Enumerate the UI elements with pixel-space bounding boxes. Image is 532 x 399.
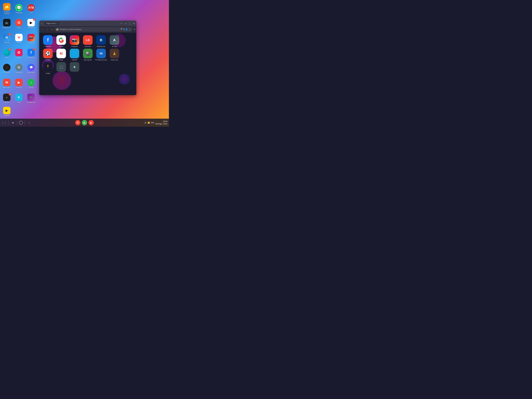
app-kodi[interactable]: K Kodi <box>13 91 25 106</box>
app-os-meus-ficheiros[interactable]: 📁 Os Meus Ficheiros <box>1 1 13 16</box>
apps-grid-button[interactable]: ⋮⋮ <box>2 120 6 125</box>
browser-app-gmail[interactable]: M Gmail <box>55 49 67 61</box>
browser-app-play-games[interactable]: 🎱 Play Games <box>82 49 94 61</box>
browser-app-instagram[interactable]: 📷 Instagram <box>69 35 81 47</box>
app-play-store[interactable]: ▶ 1 Play Store <box>25 16 37 31</box>
app-label: Livescore <box>85 46 91 47</box>
app-label: Booking.com <box>97 46 105 47</box>
app-wps-office[interactable]: W WPS Office <box>1 76 13 91</box>
app-instagram[interactable]: 📷 Instagram <box>25 31 37 46</box>
recent-apps-button[interactable]: ⊟ <box>10 120 15 125</box>
app-label: YT Music <box>4 72 10 73</box>
app-label: Facebook <box>45 46 51 47</box>
app-youtube[interactable]: ▶ YouTube <box>13 76 25 91</box>
app-upday[interactable]: ↑ 9 upday <box>1 46 13 61</box>
app-opera[interactable]: O Opera <box>13 16 25 31</box>
browser-app-unicef[interactable]: 🌐 UNICEF <box>69 49 81 61</box>
taskbar-opera[interactable]: O <box>75 120 81 125</box>
taskbar-left: ⋮⋮ ⊟ ‹ <box>2 120 32 125</box>
browser-apps-row-1: f Facebook Google 📷 Instagram LS Livesco… <box>42 35 120 47</box>
browser-app-tv-online[interactable]: 08 TV Online Ao Vivo <box>95 49 107 61</box>
close-button[interactable]: ✕ <box>133 22 135 25</box>
home-button[interactable] <box>19 121 23 125</box>
app-yt-music[interactable]: ♪ YT Music <box>1 61 13 76</box>
app-gmail[interactable]: M Gmail <box>13 31 25 46</box>
copy-icon[interactable]: ⧉ <box>123 28 125 31</box>
app-noticias[interactable]: N 1 Notícias <box>1 31 13 46</box>
browser-titlebar: ← Página inicial ✕ + — ⛶ ✕ <box>39 21 136 26</box>
app-label: Messenger <box>27 72 35 73</box>
app-vodafone-tv[interactable]: 📺 Vodafone TV <box>1 16 13 31</box>
app-tiktok[interactable]: ♪ 18 TikTok <box>1 91 13 106</box>
app-label: YouTube <box>16 87 22 89</box>
app-label: Play Games <box>84 59 92 61</box>
browser-app-booking[interactable]: B Booking.com <box>95 35 107 47</box>
app-label: Notícias <box>4 42 9 44</box>
browser-app-add[interactable]: + <box>69 62 81 74</box>
app-label: WPS Office <box>3 87 11 89</box>
app-label: UNICEF <box>72 59 77 61</box>
microphone-icon[interactable]: 🎤 <box>120 28 122 31</box>
time: 19:04 <box>155 120 167 123</box>
divider <box>25 121 25 125</box>
app-label: WhatsApp <box>16 12 22 14</box>
browser-app-facebook[interactable]: f Facebook <box>42 35 54 47</box>
app-label: Football <box>45 59 51 61</box>
app-whatsapp[interactable]: 💬 WhatsApp <box>13 1 25 16</box>
app-label: Os Meus Ficheiros <box>1 11 12 14</box>
battery-text: 52% <box>151 122 154 124</box>
app-label: Instagram <box>71 46 78 47</box>
app-label: XTB <box>30 12 32 14</box>
app-label: Kodi <box>17 101 20 103</box>
tab-label: Página inicial <box>46 22 56 24</box>
browser-app-football[interactable]: ⚽ Football <box>42 49 54 61</box>
app-label: Play Store <box>28 27 35 29</box>
browser-tab[interactable]: Página inicial ✕ <box>44 22 59 25</box>
browser-app-chess[interactable]: ♟ Chess.com <box>108 49 120 61</box>
app-label: Google <box>59 46 63 47</box>
app-facebook[interactable]: f 1 Facebook <box>25 46 37 61</box>
browser-app-aichat[interactable]: A AI Chat <box>108 35 120 47</box>
browser-app-screencast[interactable]: ⬚ <box>55 62 67 74</box>
minimize-button[interactable]: — <box>125 22 127 25</box>
app-gaming-hub[interactable]: 🎮 Gaming Hub <box>25 91 37 106</box>
app-label: Gaming Hub <box>27 101 35 103</box>
nav-forward-button[interactable]: → <box>45 27 49 32</box>
new-tab-button[interactable]: + <box>121 22 122 25</box>
browser-content: f Facebook Google 📷 Instagram LS Livesco… <box>39 32 136 95</box>
app-definicoes[interactable]: ⚙ Definições <box>13 61 25 76</box>
app-label: Vodafone TV <box>3 27 11 29</box>
app-label: Crypto <box>46 72 50 74</box>
divider <box>8 121 8 125</box>
google-logo-icon <box>56 28 59 31</box>
app-xtb[interactable]: XTB XTB <box>25 1 37 16</box>
account-icon[interactable]: 👤 <box>125 28 128 31</box>
browser-back-button[interactable]: ← <box>41 22 43 25</box>
taskbar-play-store[interactable]: ▶ <box>82 120 87 125</box>
app-label: Facebook <box>28 57 34 58</box>
app-label: Gmail <box>59 59 63 61</box>
back-button[interactable]: ‹ <box>27 120 32 125</box>
app-label: TikTok <box>5 101 9 103</box>
app-spotify[interactable]: ♪ Spotify <box>25 76 37 91</box>
maximize-button[interactable]: ⛶ <box>129 22 131 25</box>
browser-toolbar: ← → ⌂ Pesquise ou insira endereço 🎤 ⧉ 👤 … <box>39 26 136 32</box>
nav-back-button[interactable]: ← <box>40 27 44 32</box>
app-label: AI Chat <box>112 46 117 47</box>
app-label: Gmail <box>17 42 21 44</box>
app-messenger[interactable]: 💬 Messenger <box>25 61 37 76</box>
settings-icon[interactable]: ≡ <box>134 28 135 31</box>
taskbar-youtube[interactable]: ▶ <box>89 120 94 125</box>
tab-close-button[interactable]: ✕ <box>56 22 58 24</box>
browser-app-google[interactable]: Google <box>55 35 67 47</box>
date: domingo, 10/12 <box>155 123 167 125</box>
app-galeria[interactable]: ✿ Galeria <box>13 46 25 61</box>
browser-app-crypto[interactable]: ₿ 〰 Crypto <box>42 62 54 74</box>
more-icon[interactable]: ⋮ <box>129 28 131 31</box>
app-label: TV Online Ao Vivo <box>95 59 107 61</box>
nav-home-button[interactable]: ⌂ <box>50 27 54 32</box>
wifi-icon: 📶 <box>148 122 150 124</box>
address-bar[interactable]: Pesquise ou insira endereço 🎤 ⧉ 👤 ⋮ <box>55 27 133 32</box>
app-snaptube[interactable]: ▶ Snaptube <box>1 106 13 117</box>
browser-app-livescore[interactable]: LS Livescore <box>82 35 94 47</box>
